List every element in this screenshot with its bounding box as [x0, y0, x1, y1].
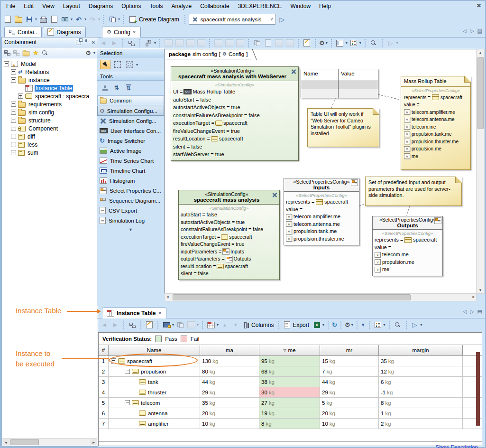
tree-toggle-icon[interactable] [11, 110, 16, 115]
tabs-next-icon[interactable]: ▷ [470, 308, 474, 315]
ui-name-value-table[interactable]: Name Value [301, 69, 378, 98]
show-in-diagram-button[interactable] [145, 320, 154, 330]
vertical-split-button[interactable]: ⇅ [112, 83, 121, 93]
selection-chevron-icon[interactable]: ▾ [136, 63, 138, 67]
related-elements-button[interactable] [108, 15, 117, 24]
tree-toggle-icon[interactable] [11, 69, 16, 75]
margin-cell[interactable]: 35kg [379, 356, 463, 366]
tree-toggle-icon[interactable] [11, 126, 16, 131]
save-chevron-icon[interactable]: ▾ [35, 17, 37, 21]
tab-containment[interactable]: Contai.. [4, 27, 42, 37]
menu-layout[interactable]: Layout [59, 1, 84, 11]
palette-item-simulation-log[interactable]: Simulation Log [97, 215, 164, 225]
show-containment-button[interactable] [127, 38, 136, 48]
columns-button[interactable]: Columns [242, 322, 275, 328]
margin-cell[interactable]: 2kg [379, 419, 463, 429]
palette-item-user-interface-con[interactable]: GUIUser Interface Con... [97, 126, 164, 136]
diagram-options-gear-icon[interactable]: ⚙ [319, 40, 325, 46]
disabled-tool-button[interactable] [174, 38, 184, 48]
create-diagram-button[interactable]: Create Diagram [128, 16, 181, 23]
settings-gear-icon[interactable]: ⚙ [85, 50, 91, 56]
move-down-button[interactable]: ▼ [231, 320, 240, 330]
settings-chevron-icon[interactable]: ▾ [93, 51, 95, 55]
collapse-all-icon[interactable] [4, 50, 10, 56]
palette-item-image-switcher[interactable]: ↻Image Switcher [97, 136, 164, 146]
me-cell[interactable]: 68kg [259, 366, 320, 376]
column-header-me[interactable]: ▽me [259, 345, 320, 355]
tab-instance-table[interactable]: Instance Table ✕ [102, 308, 166, 318]
column-header-[interactable]: # [99, 345, 109, 355]
tree-item-instance[interactable]: instance [2, 76, 98, 84]
disabled-tool-button[interactable] [196, 38, 206, 48]
palette-more-button[interactable]: ▼ [97, 225, 164, 232]
margin-cell[interactable]: 6kg [379, 377, 463, 387]
margin-cell[interactable]: 1kg [379, 408, 463, 418]
forward-button[interactable]: ▶ [110, 320, 120, 330]
legend-chevron-icon[interactable]: ▾ [359, 41, 361, 45]
execute-chevron-icon[interactable]: ▾ [421, 323, 422, 327]
outputs-config-box[interactable]: «SelectPropertiesConfig» Outputs «Select… [372, 216, 443, 276]
margin-cell[interactable]: -1kg [379, 387, 463, 397]
mass-rollup-note[interactable]: Mass Rollup Table «SelectPropertiesConfi… [401, 76, 471, 170]
table-row-thruster[interactable]: 4thruster29kg30kg29kg-1kg [99, 387, 482, 398]
mr-cell[interactable]: 5kg [320, 398, 379, 408]
tree-item-less[interactable]: less [2, 140, 98, 149]
me-cell[interactable]: 38kg [259, 377, 320, 387]
print-preview-button[interactable] [49, 15, 59, 24]
find-button[interactable] [60, 15, 70, 24]
row-collapse-icon[interactable] [111, 358, 116, 364]
simulation-config-webserver-box[interactable]: «SimulationConfig» spacecraft mass analy… [171, 66, 299, 161]
scrollbar-thumb[interactable] [477, 57, 484, 129]
tabs-prev-icon[interactable]: ◁ [463, 308, 467, 315]
me-cell[interactable]: 95kg [259, 356, 320, 366]
float-panel-icon[interactable] [76, 40, 81, 45]
name-cell-amplifier[interactable]: amplifier [109, 419, 200, 429]
palette-item-active-image[interactable]: Active Image [97, 146, 164, 156]
margin-cell[interactable]: 12kg [379, 366, 463, 376]
tabs-list-icon[interactable]: ▤ [477, 308, 482, 315]
name-cell-spacecraft[interactable]: spacecraft [109, 356, 200, 366]
table-search-button[interactable] [393, 320, 403, 330]
simulation-config-select[interactable]: spacecraft mass analysis ˅ [189, 14, 276, 25]
ma-cell[interactable]: 29kg [200, 387, 259, 397]
disabled-tool-button[interactable] [213, 38, 223, 48]
show-in-containment-button[interactable] [128, 320, 137, 330]
search-icon[interactable] [42, 50, 48, 56]
name-cell-thruster[interactable]: thruster [109, 387, 200, 397]
inputs-config-box[interactable]: «SelectPropertiesConfig» Inputs «SelectP… [284, 178, 359, 245]
palette-drawer-simulation[interactable]: ⚙ Simulation Configu... [97, 106, 164, 116]
related-chevron-icon[interactable]: ▾ [118, 17, 120, 21]
window-layout-button[interactable] [335, 38, 345, 48]
tree-toggle-icon[interactable] [11, 102, 16, 107]
me-cell[interactable]: 30kg [259, 387, 320, 397]
legend-button[interactable] [373, 320, 383, 330]
window-close-icon[interactable]: ✕ [477, 2, 481, 9]
forward-button[interactable]: ▶ [110, 38, 119, 48]
redo-button[interactable]: ↷ [88, 15, 97, 24]
tree-toggle-icon[interactable] [11, 118, 16, 123]
table-row-tank[interactable]: 3tank44kg38kg44kg6kg [99, 377, 482, 387]
window-chevron-icon[interactable]: ▾ [346, 41, 348, 45]
vertical-compress-button[interactable]: ⇅ [124, 83, 133, 93]
layout-button[interactable] [144, 38, 153, 48]
palette-item-time-series-chart[interactable]: Time Series Chart [97, 156, 164, 166]
scrollbar-thumb[interactable] [173, 294, 411, 300]
tree-item-model[interactable]: Model [2, 60, 98, 68]
menu-file[interactable]: File [2, 1, 19, 11]
table-row-telecom[interactable]: 5telecom35kg27kg5kg8kg [99, 398, 482, 408]
palette-drawer-common[interactable]: Common [97, 95, 164, 105]
palette-item-histogram[interactable]: Histogram [97, 176, 164, 186]
sticky-tool-button[interactable] [100, 83, 110, 93]
column-header-name[interactable]: Name [109, 345, 200, 355]
mr-cell[interactable]: 10kg [320, 419, 379, 429]
scroll-down-icon[interactable]: ▾ [477, 288, 484, 292]
name-cell-telecom[interactable]: telecom [109, 398, 200, 408]
column-header-ma[interactable]: ma [200, 345, 259, 355]
add-instance-button[interactable] [162, 320, 171, 330]
back-button[interactable]: ◀ [99, 38, 108, 48]
table-row-amplifier[interactable]: 7amplifier10kg8kg10kg2kg [99, 419, 482, 429]
name-cell-propulsion[interactable]: propulsion [109, 366, 200, 376]
ma-cell[interactable]: 10kg [200, 419, 259, 429]
simulation-config-box[interactable]: «SimulationConfig» spacecraft mass analy… [178, 190, 280, 280]
menu-view[interactable]: View [38, 1, 59, 11]
